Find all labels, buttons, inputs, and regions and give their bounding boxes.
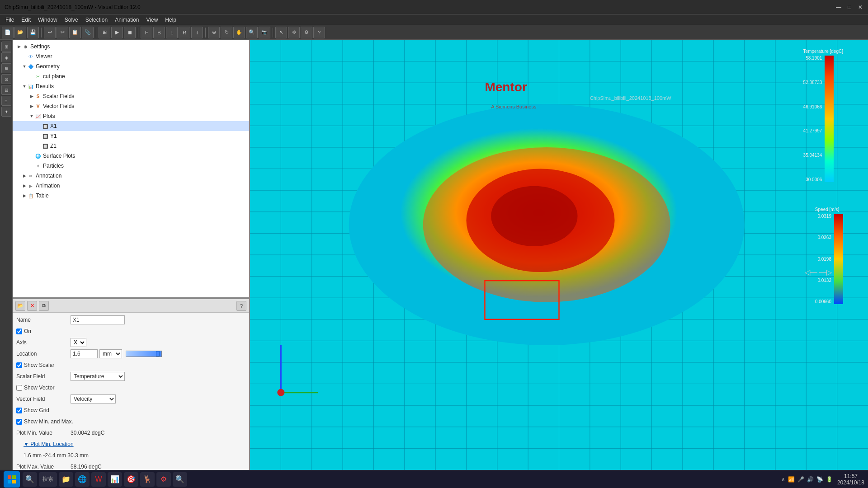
props-delete-button[interactable]: ✕ bbox=[27, 301, 37, 311]
prop-scalar-field-select[interactable]: Temperature Pressure bbox=[71, 372, 125, 381]
menu-view[interactable]: View bbox=[143, 16, 162, 24]
toggle-table[interactable]: ▶ bbox=[22, 193, 27, 198]
tool-new[interactable]: 📄 bbox=[2, 27, 14, 38]
props-clone-button[interactable]: ⧉ bbox=[39, 301, 49, 311]
tool-view-back[interactable]: B bbox=[153, 27, 165, 38]
tool-move[interactable]: ✥ bbox=[288, 27, 300, 38]
prop-show-vector-checkbox[interactable] bbox=[16, 385, 22, 391]
tool-copy[interactable]: 📋 bbox=[69, 27, 81, 38]
taskbar-search[interactable]: 🔍 bbox=[23, 472, 37, 487]
tool-view-front[interactable]: F bbox=[141, 27, 152, 38]
tool-view-top[interactable]: T bbox=[191, 27, 203, 38]
tool-rotate[interactable]: ↻ bbox=[221, 27, 232, 38]
prop-location-input[interactable] bbox=[71, 349, 98, 358]
tray-battery[interactable]: 🔋 bbox=[826, 476, 833, 483]
prop-vector-field-select[interactable]: Velocity Pressure bbox=[71, 394, 116, 404]
sidebar-icon-7[interactable]: ✦ bbox=[1, 107, 11, 117]
tool-solve[interactable]: ▶ bbox=[111, 27, 123, 38]
tree-item-results[interactable]: ▼ 📊 Results bbox=[13, 81, 249, 91]
tool-cut[interactable]: ✂ bbox=[57, 27, 68, 38]
tree-item-annotation[interactable]: ▶ ✏ Annotation bbox=[13, 171, 249, 181]
tool-mesh[interactable]: ⊞ bbox=[99, 27, 110, 38]
tree-item-geometry[interactable]: ▼ 🔷 Geometry bbox=[13, 61, 249, 71]
tool-select[interactable]: ↖ bbox=[275, 27, 287, 38]
tray-network[interactable]: 📶 bbox=[788, 476, 795, 483]
toggle-plots[interactable]: ▼ bbox=[29, 113, 34, 119]
tree-item-surface-plots[interactable]: 🌐 Surface Plots bbox=[13, 151, 249, 161]
prop-show-grid-checkbox[interactable] bbox=[16, 408, 22, 413]
menu-selection[interactable]: Selection bbox=[82, 16, 111, 24]
close-button[interactable]: ✕ bbox=[857, 4, 863, 10]
tool-help[interactable]: ? bbox=[313, 27, 325, 38]
tool-save[interactable]: 💾 bbox=[27, 27, 39, 38]
tree-item-table[interactable]: ▶ 📋 Table bbox=[13, 191, 249, 201]
tree-item-vector-fields[interactable]: ▶ V Vector Fields bbox=[13, 101, 249, 111]
toggle-animation[interactable]: ▶ bbox=[22, 183, 27, 188]
tool-undo[interactable]: ↩ bbox=[44, 27, 56, 38]
taskbar-deer[interactable]: 🦌 bbox=[140, 472, 155, 487]
menu-animation[interactable]: Animation bbox=[111, 16, 142, 24]
prop-show-minmax-checkbox[interactable] bbox=[16, 419, 22, 425]
toggle-settings[interactable]: ▶ bbox=[16, 44, 22, 49]
minimize-button[interactable]: — bbox=[835, 4, 842, 10]
tool-zoom[interactable]: 🔍 bbox=[246, 27, 258, 38]
sidebar-icon-4[interactable]: ⊡ bbox=[1, 74, 11, 84]
taskbar-app2[interactable]: 🎯 bbox=[124, 472, 138, 487]
toggle-vector[interactable]: ▶ bbox=[29, 103, 34, 109]
toggle-geometry[interactable]: ▼ bbox=[22, 64, 27, 69]
prop-on-checkbox[interactable] bbox=[16, 328, 22, 334]
tray-arrow[interactable]: ∧ bbox=[781, 476, 785, 483]
prop-show-scalar-checkbox[interactable] bbox=[16, 362, 22, 368]
tree-item-plots[interactable]: ▼ 📈 Plots bbox=[13, 111, 249, 121]
tool-zoom-fit[interactable]: ⊕ bbox=[208, 27, 220, 38]
tray-volume[interactable]: 🔊 bbox=[807, 476, 814, 483]
tool-open[interactable]: 📂 bbox=[14, 27, 26, 38]
props-add-button[interactable]: 📂 bbox=[15, 301, 25, 311]
toggle-annotation[interactable]: ▶ bbox=[22, 173, 27, 178]
taskbar-edge[interactable]: 🌐 bbox=[75, 472, 90, 487]
tree-item-z1[interactable]: 🔲 Z1 bbox=[13, 141, 249, 151]
sidebar-icon-2[interactable]: ◈ bbox=[1, 52, 11, 62]
props-help-button[interactable]: ? bbox=[236, 301, 246, 311]
taskbar-clock[interactable]: 11:57 2024/10/18 bbox=[837, 473, 864, 486]
sidebar-icon-3[interactable]: ≋ bbox=[1, 63, 11, 73]
sidebar-icon-1[interactable]: ⊞ bbox=[1, 42, 11, 52]
prop-axis-select[interactable]: XYZ bbox=[71, 338, 86, 347]
taskbar-app1[interactable]: 📊 bbox=[108, 472, 122, 487]
tree-item-cutplane[interactable]: ✂ cut plane bbox=[13, 71, 249, 81]
tool-screenshot[interactable]: 📷 bbox=[259, 27, 270, 38]
tree-item-x1[interactable]: 🔲 X1 bbox=[13, 121, 249, 131]
maximize-button[interactable]: □ bbox=[846, 4, 853, 10]
sidebar-icon-5[interactable]: ⊟ bbox=[1, 85, 11, 95]
tool-view-left[interactable]: L bbox=[166, 27, 178, 38]
tool-pan[interactable]: ✋ bbox=[233, 27, 245, 38]
tree-item-particles[interactable]: ✦ Particles bbox=[13, 161, 249, 171]
tool-view-right[interactable]: R bbox=[179, 27, 190, 38]
tray-mic[interactable]: 🎤 bbox=[797, 476, 804, 483]
taskbar-app3[interactable]: ⚙ bbox=[156, 472, 171, 487]
toggle-results[interactable]: ▼ bbox=[22, 84, 27, 89]
nav-arrows[interactable]: ◁— —▷ bbox=[805, 268, 832, 277]
tool-stop[interactable]: ⏹ bbox=[124, 27, 136, 38]
tray-wifi[interactable]: 📡 bbox=[816, 476, 823, 483]
tree-item-viewer[interactable]: 👁 Viewer bbox=[13, 52, 249, 61]
tool-paste[interactable]: 📎 bbox=[82, 27, 94, 38]
prop-plot-min-location-link[interactable]: ▼ Plot Min. Location bbox=[24, 441, 74, 447]
taskbar-search-label[interactable]: 搜索 bbox=[39, 472, 57, 487]
menu-solve[interactable]: Solve bbox=[61, 16, 82, 24]
taskbar-search2[interactable]: 🔍 bbox=[173, 472, 187, 487]
taskbar-wps[interactable]: W bbox=[91, 472, 106, 487]
tree-item-y1[interactable]: 🔲 Y1 bbox=[13, 131, 249, 141]
tree-item-settings[interactable]: ▶ ⊕ Settings bbox=[13, 42, 249, 52]
tree-item-animation[interactable]: ▶ ▶ Animation bbox=[13, 181, 249, 191]
prop-name-input[interactable] bbox=[71, 315, 125, 324]
viewport[interactable]: Mentor A Siemens Business ChipSimu_bilib… bbox=[250, 40, 868, 470]
menu-edit[interactable]: Edit bbox=[18, 16, 34, 24]
menu-file[interactable]: File bbox=[2, 16, 18, 24]
toggle-scalar[interactable]: ▶ bbox=[29, 94, 34, 99]
tree-item-scalar-fields[interactable]: ▶ S Scalar Fields bbox=[13, 91, 249, 101]
taskbar-explorer[interactable]: 📁 bbox=[59, 472, 73, 487]
menu-window[interactable]: Window bbox=[34, 16, 61, 24]
sidebar-icon-6[interactable]: ≡ bbox=[1, 96, 11, 106]
menu-help[interactable]: Help bbox=[161, 16, 180, 24]
